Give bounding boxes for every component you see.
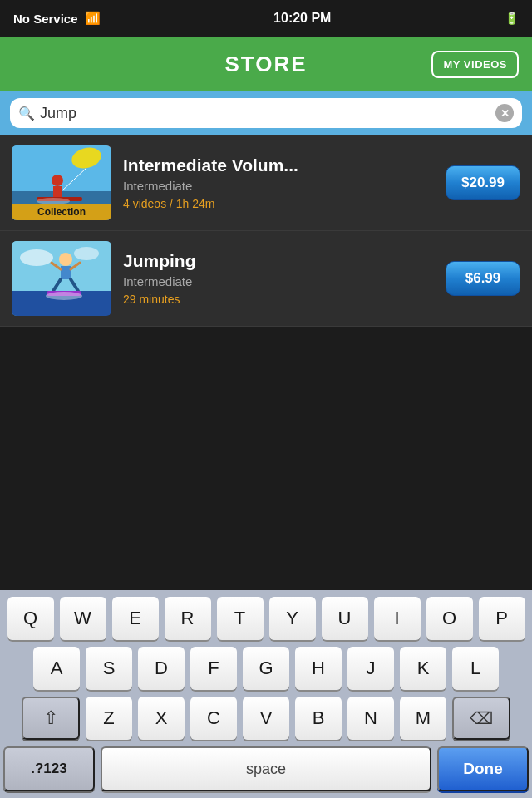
status-right: 🔋 [505,12,519,25]
svg-point-4 [52,175,63,186]
svg-point-10 [20,249,53,266]
list-item[interactable]: Jumping Intermediate 29 minutes $6.99 [0,231,532,327]
key-t[interactable]: T [217,597,264,640]
keyboard-row-2: A S D F G H J K L [3,647,529,690]
jump-illustration [12,241,111,316]
item-1-meta: 4 videos / 1h 24m [123,197,434,210]
thumbnail-1: Collection [12,145,111,220]
key-o[interactable]: O [426,597,473,640]
done-key[interactable]: Done [437,746,529,791]
space-key[interactable]: space [101,746,431,791]
key-m[interactable]: M [400,697,446,740]
content-area: Collection Intermediate Volum... Interme… [0,135,532,327]
search-input[interactable] [40,105,490,122]
key-k[interactable]: K [400,647,446,690]
key-f[interactable]: F [190,647,237,690]
svg-rect-5 [53,186,62,198]
header: STORE MY VIDEOS [0,37,532,91]
status-time: 10:20 PM [273,11,331,26]
search-bar: 🔍 ✕ [0,91,532,135]
svg-point-19 [46,292,82,300]
key-u[interactable]: U [322,597,368,640]
item-1-price-button[interactable]: $20.99 [446,165,520,200]
keyboard: Q W E R T Y U I O P A S D F G H J K L ⇧ … [0,590,532,798]
thumb-bg-2 [12,241,111,316]
key-z[interactable]: Z [86,697,132,740]
key-y[interactable]: Y [269,597,316,640]
key-i[interactable]: I [374,597,421,640]
battery-icon: 🔋 [505,12,519,25]
key-n[interactable]: N [347,697,394,740]
shift-key[interactable]: ⇧ [22,697,80,740]
item-2-price-button[interactable]: $6.99 [446,261,520,296]
item-1-info: Intermediate Volum... Intermediate 4 vid… [123,155,434,210]
key-s[interactable]: S [86,647,132,690]
key-d[interactable]: D [138,647,185,690]
key-e[interactable]: E [112,597,159,640]
key-w[interactable]: W [60,597,106,640]
key-a[interactable]: A [33,647,80,690]
item-1-subtitle: Intermediate [123,179,434,193]
key-v[interactable]: V [243,697,289,740]
status-bar: No Service 📶 10:20 PM 🔋 [0,0,532,37]
collection-badge: Collection [12,204,111,220]
item-2-subtitle: Intermediate [123,274,434,288]
item-2-title: Jumping [123,251,434,271]
key-r[interactable]: R [165,597,211,640]
key-x[interactable]: X [138,697,185,740]
key-b[interactable]: B [295,697,342,740]
carrier-text: No Service [13,12,78,26]
key-p[interactable]: P [479,597,525,640]
item-2-info: Jumping Intermediate 29 minutes [123,251,434,306]
item-1-title: Intermediate Volum... [123,155,434,175]
delete-key[interactable]: ⌫ [452,697,510,740]
status-left: No Service 📶 [13,11,101,26]
item-2-meta: 29 minutes [123,293,434,306]
key-l[interactable]: L [452,647,499,690]
key-j[interactable]: J [347,647,394,690]
key-h[interactable]: H [295,647,342,690]
svg-point-12 [59,253,72,266]
key-c[interactable]: C [190,697,237,740]
keyboard-bottom-row: .?123 space Done [3,746,529,791]
list-item[interactable]: Collection Intermediate Volum... Interme… [0,135,532,231]
key-q[interactable]: Q [7,597,54,640]
key-g[interactable]: G [243,647,289,690]
store-title: STORE [224,52,307,77]
wifi-icon: 📶 [85,11,101,26]
my-videos-button[interactable]: MY VIDEOS [431,51,519,78]
svg-rect-13 [61,266,71,279]
search-icon: 🔍 [18,106,35,121]
search-clear-button[interactable]: ✕ [495,104,514,122]
search-input-wrapper[interactable]: 🔍 ✕ [10,98,522,128]
keyboard-row-1: Q W E R T Y U I O P [3,597,529,640]
svg-point-11 [74,247,99,260]
numbers-key[interactable]: .?123 [3,746,95,791]
thumbnail-2 [12,241,111,316]
keyboard-row-3: ⇧ Z X C V B N M ⌫ [3,697,529,740]
